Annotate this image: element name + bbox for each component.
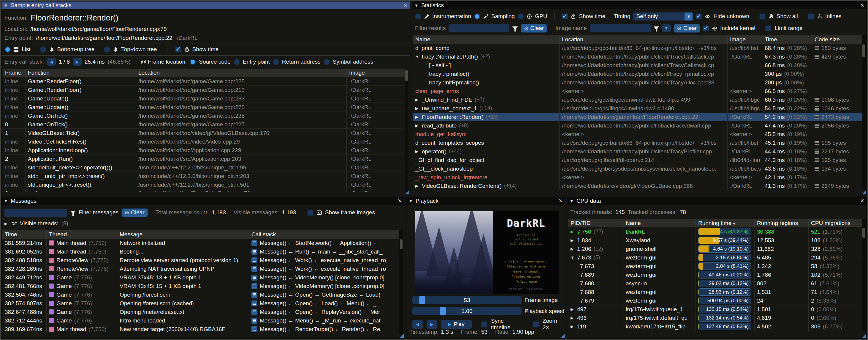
table-row[interactable]: inlinestd::__uniq_ptr_impl<>::reset()/us… [3,172,408,180]
zoom-2x-checkbox[interactable] [533,321,539,328]
tree-expand-icon[interactable]: ▶ [415,113,420,121]
scrollbar-thumb[interactable] [400,239,403,249]
show-time-checkbox[interactable] [562,13,568,20]
show-time-label[interactable]: Show time [192,46,219,53]
filter-results-input[interactable] [448,24,509,32]
stats-table-row[interactable]: ▼tracy::NormalizePath()(+2)/home/wolf/da… [413,52,866,61]
play-button[interactable]: ▶Play [441,320,472,329]
cpu-table-header[interactable]: PID/TIDNameRunning time ▼Running regions… [568,219,866,227]
column-header[interactable]: Location [136,69,347,77]
list-radio[interactable] [4,46,11,53]
inlines-label[interactable]: Inlines [825,13,842,20]
column-header[interactable]: CPU migrations [809,219,866,227]
sampling-radio[interactable] [474,13,480,20]
column-header[interactable]: Message [117,230,249,239]
entry-point-radio[interactable] [234,59,240,65]
column-header[interactable]: Running regions [754,219,809,227]
clear-filter-button[interactable]: ⊗Clear [521,24,547,33]
tree-expand-icon[interactable]: ▶ [570,245,575,253]
filter-funnel-icon[interactable] [70,211,76,214]
stats-table-row[interactable]: clear_page_erms<kernel><kernel>66.5 ms(0… [413,87,866,95]
tree-expand-icon[interactable]: ▶ [570,227,575,236]
call-stack-icon[interactable]: ☰ [251,326,257,332]
close-icon[interactable]: × [403,2,407,8]
call-stack-icon[interactable]: ☰ [251,257,257,263]
cpu-row[interactable]: ▶497irq/176-iwlwifi:queue_1132.15 ms (0.… [568,305,866,314]
message-filter-input[interactable] [4,209,67,217]
table-row[interactable]: 3main/home/wolf/darkrl/src/EntryPointPos… [3,189,408,192]
column-header[interactable]: Name [623,219,696,227]
image-funnel-icon[interactable] [654,26,659,30]
bottom-up-label[interactable]: Bottom-up tree [57,46,95,53]
hide-unknown-checkbox[interactable] [695,13,702,20]
column-header[interactable]: Name [413,35,560,44]
resize-grip[interactable] [399,334,404,338]
stats-table-row[interactable]: ▶FloorRenderer::Render()(+13)/home/wolf/… [413,113,866,121]
entry-point-option-label[interactable]: Entry point [243,59,270,65]
tree-expand-icon[interactable]: ▶ [415,147,420,156]
source-code-label[interactable]: Source code [199,59,231,65]
tree-expand-icon[interactable]: ▶ [415,104,420,113]
playback-speed-slider[interactable]: 1.00 [412,307,522,315]
vertical-scrollbar[interactable] [405,69,408,192]
call-stack-icon[interactable]: ☰ [251,318,257,324]
cpu-row[interactable]: 7,673wezterm-gui2.04 s (8.41%)1,34258(4.… [568,262,866,271]
column-header[interactable]: Running time ▼ [696,219,754,227]
tree-expand-icon[interactable]: ▶ [570,322,575,331]
collapse-icon[interactable]: ▼ [409,199,413,203]
frame-image-slider[interactable]: 53 [412,296,522,304]
cpu-row[interactable]: ▶7,750(22)DarkRL10.04 s (41.37%)30,38852… [568,227,866,236]
tree-expand-icon[interactable]: ▶ [570,305,575,314]
timing-combo[interactable]: Self only ▼ [633,12,692,21]
call-stack-icon[interactable]: ☰ [251,301,257,306]
column-header[interactable]: Time [2,230,46,239]
cpu-row[interactable]: 7,688wezterm-gui28.93 ms (0.12%)1,53171(… [568,288,866,296]
message-row[interactable]: 381,559,214nsMain thread(7,750)Network i… [2,239,403,247]
table-row[interactable]: inlineGame::RenderFloor()/home/wolf/dark… [3,77,408,86]
show-all-label[interactable]: Show all [777,13,798,20]
vertical-scrollbar[interactable] [399,230,403,334]
message-row[interactable]: 389,169,674nsMain thread(7,750)New rende… [2,325,403,334]
stats-table-row[interactable]: _raw_spin_unlock_irqrestore<kernel><kern… [413,173,866,181]
scrollbar-thumb[interactable] [862,44,865,57]
tree-expand-icon[interactable]: ▶ [415,121,420,130]
tree-expand-icon[interactable]: ▶ [415,95,420,104]
call-stack-icon[interactable]: ☰ [251,240,257,246]
cpu-row[interactable]: ▶119kworker/u17:0+i915_flip127.48 ms (0.… [568,322,866,331]
cpu-row[interactable]: ▼7,673(5)wezterm-gui2.15 s (8.86%)5,4852… [568,253,866,262]
resize-grip[interactable] [862,190,866,194]
cpu-row[interactable]: ▶496irq/175-iwlwifi:default_qu132.14 ms … [568,314,866,322]
tree-expand-icon[interactable]: ▶ [570,314,575,322]
message-row[interactable]: 382,647,488nsGame(7,776)Opening /meta/re… [2,308,403,316]
chevron-down-icon[interactable]: ▼ [685,12,692,21]
symbol-address-radio[interactable] [323,59,330,65]
table-row[interactable]: inlineApplication::InnerLoop()/home/wolf… [3,146,408,154]
message-row[interactable]: 382,481,766nsGame(7,776)VRAM 43x45: 15 +… [2,282,403,290]
resize-grip[interactable] [560,334,565,338]
show-time-checkbox[interactable] [175,46,181,53]
resize-grip[interactable] [405,190,409,194]
call-stack-icon[interactable]: ☰ [251,309,257,315]
call-stack-icon[interactable]: ☰ [251,283,257,289]
scrollbar-thumb[interactable] [405,70,408,81]
column-header[interactable]: Frame [3,69,26,77]
cpu-row[interactable]: ▶1,206(12)gnome-shell4.64 s (19.10%)11,6… [568,245,866,253]
show-all-checkbox[interactable] [760,13,766,20]
stats-table-row[interactable]: _GI_dl_find_dso_for_object/usr/src/debug… [413,156,866,164]
cpu-row[interactable]: 7,679wezterm-gui500.94 µs (0.00%)242(8.3… [568,296,866,305]
close-icon[interactable]: × [398,198,402,204]
resize-grip[interactable] [862,334,866,338]
zoom-2x-label[interactable]: Zoom 2× [542,318,565,331]
stats-table-row[interactable]: d_print_comp/usr/src/debug/gcc-build/x86… [413,44,866,52]
prev-frame-button[interactable]: ◀ [412,320,423,329]
stats-table-row[interactable]: d_count_templates_scopes/usr/src/debug/g… [413,139,866,147]
tree-expand-icon[interactable]: ▼ [415,52,420,61]
cpu-row[interactable]: ▶1,834Xwayland9.57 s (39.44%)12,553188(1… [568,236,866,245]
message-row[interactable]: 382,428,269nsRemoteView(7,775)Attempting… [2,264,403,273]
cpu-row[interactable]: 7,689wezterm-gui49.46 ms (0.20%)1,786102… [568,271,866,279]
call-stack-icon[interactable]: ☰ [251,266,257,272]
column-header[interactable]: PID/TID [568,219,623,227]
limit-range-checkbox[interactable] [765,25,772,31]
bottom-up-radio[interactable] [40,46,46,53]
clear-messages-button[interactable]: ⊗Clear [121,208,148,217]
